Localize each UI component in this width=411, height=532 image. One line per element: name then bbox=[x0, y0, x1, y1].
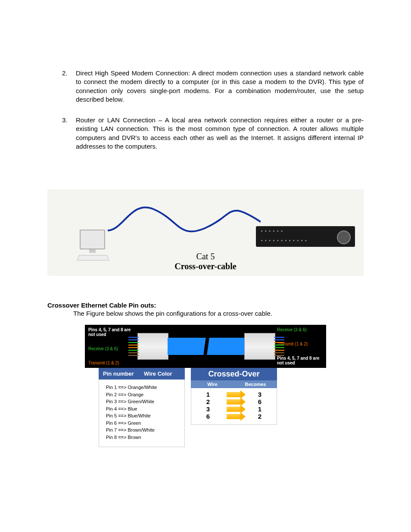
pin-row: Pin 5 ==> Blue/White bbox=[106, 412, 177, 420]
arrow-icon bbox=[227, 414, 241, 419]
diagram-pinout: Pins 4, 5, 7 and 8 are not used Receive … bbox=[85, 325, 326, 447]
pinout-tables: Pin number Wire Color Pin 1 ==> Orange/W… bbox=[85, 368, 326, 447]
cross-row: 2 6 bbox=[191, 398, 277, 405]
cross-row: 6 2 bbox=[191, 413, 277, 420]
cable-mid bbox=[168, 338, 245, 355]
list-text: Router or LAN Connection – A local area … bbox=[72, 116, 364, 151]
cross-from: 2 bbox=[191, 398, 225, 405]
list-item-3: 3. Router or LAN Connection – A local ar… bbox=[47, 116, 364, 151]
label-unused: Pins 4, 5, 7 and 8 are not used bbox=[277, 356, 324, 365]
cross-to: 3 bbox=[243, 391, 277, 398]
connector-area bbox=[137, 325, 275, 368]
arrow-icon bbox=[227, 392, 241, 397]
cross-to: 1 bbox=[243, 405, 277, 413]
pin-color-panel: Pin number Wire Color Pin 1 ==> Orange/W… bbox=[99, 368, 185, 447]
list-number: 3. bbox=[47, 116, 72, 151]
pin-row: Pin 3 ==> Green/White bbox=[106, 398, 177, 405]
rj45-left-icon bbox=[137, 333, 168, 360]
caption-line2: Cross-over-cable bbox=[47, 261, 364, 271]
sub-wire: Wire bbox=[191, 382, 234, 387]
diagram-caption: Cat 5 Cross-over-cable bbox=[47, 252, 364, 271]
label-unused: Pins 4, 5, 7 and 8 are not used bbox=[88, 327, 136, 337]
panel2-subheader: Wire Becomes bbox=[191, 380, 277, 388]
panel-body: Pin 1 ==> Orange/White Pin 2 ==> Orange … bbox=[99, 380, 185, 447]
sub-becomes: Becomes bbox=[234, 382, 277, 387]
pin-row: Pin 7 ==> Brown/White bbox=[106, 426, 177, 434]
header-color: Wire Color bbox=[144, 370, 172, 377]
pin-row: Pin 4 ==> Blue bbox=[106, 405, 177, 413]
panel-header: Pin number Wire Color bbox=[99, 368, 185, 380]
arrow-icon bbox=[227, 399, 241, 404]
pinout-top: Pins 4, 5, 7 and 8 are not used Receive … bbox=[85, 325, 326, 368]
pin-row: Pin 2 ==> Orange bbox=[106, 391, 177, 398]
list-item-2: 2. Direct High Speed Modem Connection: A… bbox=[47, 69, 364, 104]
cross-row: 1 3 bbox=[191, 391, 277, 398]
cable-line-icon bbox=[106, 196, 261, 243]
label-receive: Receive (3 & 6) bbox=[277, 327, 324, 332]
cross-from: 6 bbox=[191, 413, 225, 420]
panel2-title: Crossed-Over bbox=[191, 368, 277, 380]
crossed-over-panel: Crossed-Over Wire Becomes 1 3 2 6 bbox=[191, 368, 277, 447]
panel2-body: 1 3 2 6 3 1 6 bbox=[191, 388, 277, 425]
list-text: Direct High Speed Modem Connection: A di… bbox=[72, 69, 364, 104]
cross-from: 1 bbox=[191, 391, 225, 398]
diagram-crossover-connection: ■ ■ ■ ■ ■ ■ ■ ■ ■ ■ ■ ■ ■ ■ ■ ■ ■ ■ Cat … bbox=[47, 190, 364, 276]
cross-from: 3 bbox=[191, 405, 225, 413]
pin-row: Pin 6 ==> Green bbox=[106, 420, 177, 427]
cross-to: 2 bbox=[243, 413, 277, 420]
section-text: The Figure below shows the pin configura… bbox=[73, 310, 364, 317]
arrow-icon bbox=[227, 407, 241, 412]
list-number: 2. bbox=[47, 69, 72, 104]
caption-line1: Cat 5 bbox=[47, 252, 364, 261]
rj45-right-icon bbox=[244, 333, 275, 360]
header-pin: Pin number bbox=[103, 370, 144, 377]
cross-row: 3 1 bbox=[191, 405, 277, 413]
dvr-device-icon: ■ ■ ■ ■ ■ ■ ■ ■ ■ ■ ■ ■ ■ ■ ■ ■ ■ ■ bbox=[256, 226, 355, 247]
label-transmit: Transmit (1 & 2) bbox=[88, 361, 136, 365]
pin-row: Pin 1 ==> Orange/White bbox=[106, 384, 177, 391]
pin-row: Pin 8 ==> Brown bbox=[106, 434, 177, 441]
cross-to: 6 bbox=[243, 398, 277, 405]
section-heading: Crossover Ethernet Cable Pin outs: bbox=[47, 302, 364, 309]
